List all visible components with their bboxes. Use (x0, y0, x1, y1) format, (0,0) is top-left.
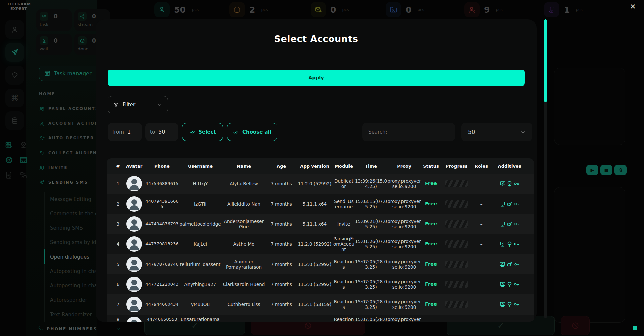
app-version-cell: 11.2.1 (53159) (296, 302, 333, 307)
select-accounts-modal: Select Accounts Apply Filter from to Sel… (96, 19, 537, 322)
age-cell: 7 months (267, 302, 296, 307)
proxy-cell: proxy.proxyverse.io:9200 (387, 178, 421, 189)
age-cell: 7 months (267, 282, 296, 287)
time-cell: 15:07:05(28.03.25) (355, 279, 387, 290)
username-cell: unsaturationama (179, 317, 221, 322)
proxy-cell: proxy.proxyverse.io:9200 (387, 299, 421, 310)
table-row[interactable]: 5447878768746tellurium_dassentAuidrcer P… (107, 254, 534, 274)
username-cell: IzGTIf (179, 201, 221, 207)
roles-cell: – (472, 221, 491, 227)
row-index: 4 (112, 241, 124, 247)
avatar (126, 317, 142, 322)
apply-button[interactable]: Apply (108, 70, 525, 86)
filter-label: Filter (123, 102, 135, 108)
table-row[interactable]: 3447494876793palmettocoleridgeAndersonja… (107, 214, 534, 234)
row-index: 2 (112, 201, 124, 207)
avatar (126, 216, 142, 232)
username-cell: KajLei (179, 241, 221, 247)
phone-cell: 447379813236 (145, 241, 179, 247)
avatar-cell (124, 196, 145, 212)
module-cell: Invite (333, 221, 355, 227)
female-icon: ♀ (507, 301, 512, 307)
time-cell: 15:01:26(07.05.25) (355, 239, 387, 249)
table-row[interactable]: 6447721220043Anything1927Clarksardin Hue… (107, 274, 534, 294)
table-row[interactable]: 24407943916665IzGTIfAlllelddlto Nan7 mon… (107, 194, 534, 214)
module-cell: Reactions (333, 299, 355, 310)
column-header: Proxy (387, 164, 421, 169)
table-row[interactable]: 844746650553unsaturationamaReactions15:0… (107, 315, 534, 322)
modal-scrollbar[interactable] (544, 19, 547, 318)
to-input[interactable] (158, 129, 171, 135)
module-cell: Dublicator (333, 178, 355, 189)
status-cell: Free (421, 221, 441, 227)
additives-cell: ♂ (491, 261, 528, 267)
filter-dropdown[interactable]: Filter (108, 96, 168, 113)
status-badge: Free (425, 281, 437, 287)
name-cell: Clarksardin Huend (221, 282, 267, 287)
progress-bar (445, 180, 468, 187)
male-icon: ♂ (507, 261, 512, 267)
row-index: 5 (112, 262, 124, 267)
column-header: Age (267, 164, 296, 169)
username-cell: Anything1927 (179, 282, 221, 287)
status-cell: Free (421, 261, 441, 267)
proxy-cell: proxy.proxyverse.io:9200 (387, 219, 421, 229)
time-cell: 15:09:21(07.05.25) (355, 219, 387, 229)
app-version-cell: 11.2.0 (52992) (296, 282, 333, 287)
choose-all-button[interactable]: Choose all (227, 123, 277, 141)
avatar-cell (124, 277, 145, 292)
monitor-x-icon (500, 181, 506, 187)
age-cell: 7 months (267, 221, 296, 227)
time-cell: 15:07:05(28.03.25) (355, 259, 387, 270)
page-size-value: 50 (468, 129, 475, 135)
username-cell: HfUxjY (179, 181, 221, 186)
table-row[interactable]: 1447546889615HfUxjYAfyta Bellew7 months1… (107, 174, 534, 194)
monitor-icon (499, 221, 505, 227)
chevron-down-icon (520, 129, 526, 135)
column-header: # (112, 164, 124, 169)
app-screen: TELEGRAM EXPERT ⌘ 0task0stream0wait0done… (0, 0, 644, 336)
module-cell: Reactions (333, 259, 355, 270)
proxy-cell: proxy.proxyverse.io:9200 (387, 259, 421, 270)
corner-widget[interactable] (633, 326, 637, 330)
roles-cell: – (472, 302, 491, 307)
module-cell: Reactions (333, 279, 355, 290)
from-label: from (112, 129, 124, 135)
name-cell: Andersonjameser Grie (221, 219, 267, 229)
age-cell: 7 months (267, 181, 296, 186)
scrollbar-thumb[interactable] (544, 19, 547, 102)
avatar (126, 176, 142, 191)
from-input[interactable] (127, 129, 140, 135)
key-icon (513, 181, 519, 187)
avatar-cell (124, 317, 145, 322)
key-icon (513, 301, 519, 307)
close-icon[interactable]: ✕ (630, 3, 636, 11)
phone-cell: 4407943916665 (145, 199, 179, 209)
proxy-cell: proxy.proxyverse.io:9200 (387, 317, 421, 322)
time-cell: 15:07:05(28.03.25) (355, 317, 387, 322)
progress-cell (441, 200, 472, 208)
column-header: App version (296, 164, 333, 169)
status-cell: Free (421, 301, 441, 307)
phone-cell: 447494876793 (145, 221, 179, 227)
module-cell: ParsingFromAccount (333, 236, 355, 253)
app-version-cell: 5.11.1 x64 (296, 221, 333, 227)
select-button[interactable]: Select (182, 123, 223, 141)
search-input[interactable] (368, 129, 449, 135)
female-icon: ♀ (507, 281, 512, 287)
time-cell: 15:03:15(07.05.25) (355, 199, 387, 209)
female-icon: ♀ (507, 181, 512, 187)
table-row[interactable]: 7447944660434yMuuOuCuthbertx Liss7 month… (107, 294, 534, 315)
username-cell: yMuuOu (179, 302, 221, 307)
table-row[interactable]: 4447379813236KajLeiAsthe Mo7 months11.2.… (107, 234, 534, 254)
page-size-select[interactable]: 50 (461, 123, 532, 141)
search-field (362, 123, 455, 141)
status-cell: Free (421, 241, 441, 247)
status-cell: Free (421, 201, 441, 207)
column-header: Time (355, 164, 387, 169)
double-check-icon (233, 129, 239, 135)
status-cell: Free (421, 281, 441, 287)
column-header: Avatar (124, 164, 145, 169)
select-label: Select (198, 129, 216, 135)
name-cell: Cuthbertx Liss (221, 302, 267, 307)
